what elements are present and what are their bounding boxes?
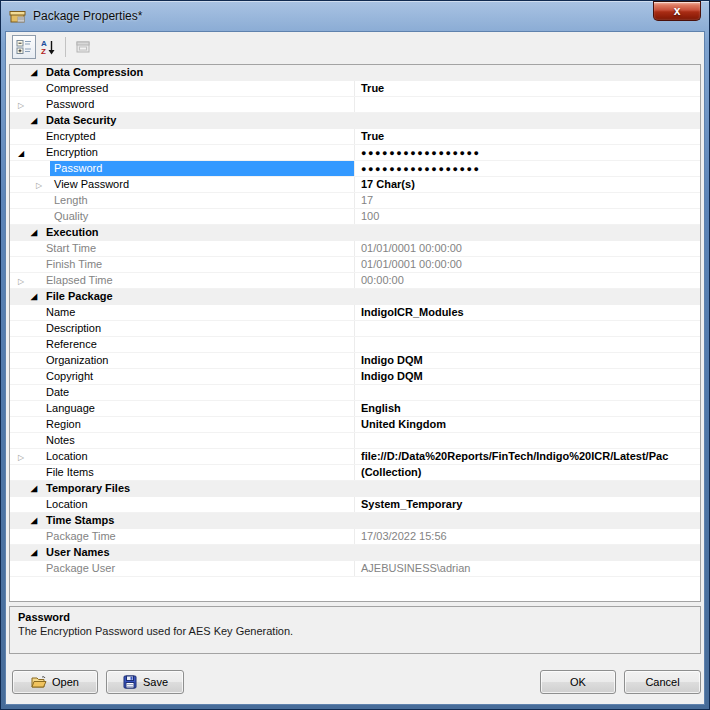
property-name-cell[interactable]: Encrypted [10, 129, 355, 144]
property-name-cell[interactable]: Language [10, 401, 355, 416]
property-row[interactable]: Reference [10, 337, 700, 353]
property-value[interactable]: 100 [355, 209, 700, 224]
property-value[interactable]: 17 [355, 193, 700, 208]
collapse-triangle-icon[interactable]: ◢ [31, 515, 37, 526]
categorized-button[interactable] [12, 35, 36, 59]
property-name-cell[interactable]: Password [10, 161, 355, 176]
property-value[interactable]: file://D:/Data%20Reports/FinTech/Indigo%… [355, 449, 700, 464]
close-button[interactable]: x [653, 1, 701, 21]
property-value[interactable] [355, 97, 700, 112]
save-button[interactable]: Save [106, 670, 184, 694]
property-name-cell[interactable]: File Items [10, 465, 355, 480]
property-row[interactable]: LanguageEnglish [10, 401, 700, 417]
property-value[interactable]: System_Temporary [355, 497, 700, 512]
cancel-button[interactable]: Cancel [624, 670, 701, 694]
property-name-cell[interactable]: ▷View Password [10, 177, 355, 192]
property-name-cell[interactable]: Notes [10, 433, 355, 448]
collapse-triangle-icon[interactable]: ◢ [31, 547, 37, 558]
collapsed-triangle-icon[interactable]: ▷ [18, 452, 24, 463]
property-value[interactable]: AJEBUSINESS\adrian [355, 561, 700, 576]
title-bar[interactable]: Package Properties* x [1, 1, 709, 31]
property-name-cell[interactable]: Finish Time [10, 257, 355, 272]
property-value[interactable] [355, 337, 700, 352]
property-value[interactable]: True [355, 129, 700, 144]
property-name-cell[interactable]: Compressed [10, 81, 355, 96]
property-row[interactable]: Description [10, 321, 700, 337]
property-value[interactable]: 01/01/0001 00:00:00 [355, 257, 700, 272]
property-value[interactable]: United Kingdom [355, 417, 700, 432]
property-name-cell[interactable]: Location [10, 497, 355, 512]
property-row[interactable]: File Items(Collection) [10, 465, 700, 481]
collapsed-triangle-icon[interactable]: ▷ [18, 276, 24, 287]
property-value[interactable]: (Collection) [355, 465, 700, 480]
property-row[interactable]: Package Time17/03/2022 15:56 [10, 529, 700, 545]
property-value[interactable] [355, 385, 700, 400]
alphabetical-button[interactable]: A Z [36, 35, 60, 59]
property-row[interactable]: CompressedTrue [10, 81, 700, 97]
property-row[interactable]: CopyrightIndigo DQM [10, 369, 700, 385]
property-row[interactable]: Notes [10, 433, 700, 449]
property-value[interactable]: ●●●●●●●●●●●●●●●●● [355, 161, 700, 176]
category-row[interactable]: Execution◢ [10, 225, 700, 241]
property-value[interactable]: IndigoICR_Modules [355, 305, 700, 320]
property-row[interactable]: Start Time01/01/0001 00:00:00 [10, 241, 700, 257]
collapsed-triangle-icon[interactable]: ▷ [36, 180, 42, 191]
ok-button[interactable]: OK [540, 670, 616, 694]
property-row[interactable]: ▷View Password17 Char(s) [10, 177, 700, 193]
property-value[interactable]: 17 Char(s) [355, 177, 700, 192]
property-row[interactable]: ▷Locationfile://D:/Data%20Reports/FinTec… [10, 449, 700, 465]
property-row[interactable]: RegionUnited Kingdom [10, 417, 700, 433]
property-name-cell[interactable]: Length [10, 193, 355, 208]
expanded-triangle-icon[interactable]: ◢ [18, 148, 24, 159]
property-row[interactable]: Length17 [10, 193, 700, 209]
collapse-triangle-icon[interactable]: ◢ [31, 227, 37, 238]
property-row[interactable]: Finish Time01/01/0001 00:00:00 [10, 257, 700, 273]
property-value[interactable] [355, 433, 700, 448]
property-row[interactable]: NameIndigoICR_Modules [10, 305, 700, 321]
property-name-cell[interactable]: ◢Encryption [10, 145, 355, 160]
property-row[interactable]: ◢Encryption●●●●●●●●●●●●●●●●● [10, 145, 700, 161]
category-row[interactable]: Temporary Files◢ [10, 481, 700, 497]
category-row[interactable]: Data Compression◢ [10, 65, 700, 81]
collapsed-triangle-icon[interactable]: ▷ [18, 100, 24, 111]
property-value[interactable]: 01/01/0001 00:00:00 [355, 241, 700, 256]
category-row[interactable]: File Package◢ [10, 289, 700, 305]
property-value[interactable]: English [355, 401, 700, 416]
property-name-cell[interactable]: ▷Location [10, 449, 355, 464]
property-row[interactable]: Quality100 [10, 209, 700, 225]
category-row[interactable]: Time Stamps◢ [10, 513, 700, 529]
category-row[interactable]: Data Security◢ [10, 113, 700, 129]
property-name-cell[interactable]: Name [10, 305, 355, 320]
collapse-triangle-icon[interactable]: ◢ [31, 115, 37, 126]
property-value[interactable]: Indigo DQM [355, 353, 700, 368]
property-row[interactable]: EncryptedTrue [10, 129, 700, 145]
property-name-cell[interactable]: Quality [10, 209, 355, 224]
collapse-triangle-icon[interactable]: ◢ [31, 291, 37, 302]
property-value[interactable]: ●●●●●●●●●●●●●●●●● [355, 145, 700, 160]
property-name-cell[interactable]: Copyright [10, 369, 355, 384]
property-name-cell[interactable]: Date [10, 385, 355, 400]
property-name-cell[interactable]: ▷Elapsed Time [10, 273, 355, 288]
category-row[interactable]: User Names◢ [10, 545, 700, 561]
property-name-cell[interactable]: Start Time [10, 241, 355, 256]
property-value[interactable] [355, 321, 700, 336]
open-button[interactable]: Open [12, 670, 98, 694]
property-row[interactable]: Password●●●●●●●●●●●●●●●●● [10, 161, 700, 177]
property-row[interactable]: LocationSystem_Temporary [10, 497, 700, 513]
property-value[interactable]: 00:00:00 [355, 273, 700, 288]
property-name-cell[interactable]: Region [10, 417, 355, 432]
property-name-cell[interactable]: Description [10, 321, 355, 336]
property-row[interactable]: Package UserAJEBUSINESS\adrian [10, 561, 700, 577]
property-name-cell[interactable]: Package Time [10, 529, 355, 544]
property-name-cell[interactable]: Reference [10, 337, 355, 352]
property-grid[interactable]: Data Compression◢CompressedTrue▷Password… [9, 64, 701, 602]
property-row[interactable]: ▷Elapsed Time00:00:00 [10, 273, 700, 289]
property-value[interactable]: Indigo DQM [355, 369, 700, 384]
collapse-triangle-icon[interactable]: ◢ [31, 483, 37, 494]
property-row[interactable]: Date [10, 385, 700, 401]
property-name-cell[interactable]: Package User [10, 561, 355, 576]
property-row[interactable]: ▷Password [10, 97, 700, 113]
collapse-triangle-icon[interactable]: ◢ [31, 67, 37, 78]
property-name-cell[interactable]: ▷Password [10, 97, 355, 112]
property-value[interactable]: True [355, 81, 700, 96]
